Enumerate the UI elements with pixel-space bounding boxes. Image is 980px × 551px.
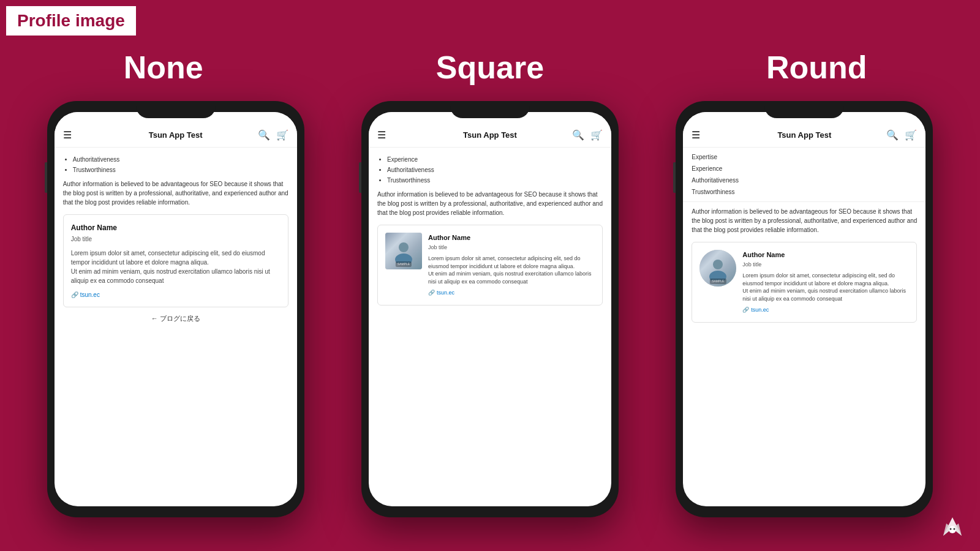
body-text-round: Author information is believed to be adv… <box>692 207 917 234</box>
link-icon: 🔗 <box>71 290 78 299</box>
svg-point-1 <box>395 253 412 263</box>
link-icon-rnd: 🔗 <box>742 306 749 315</box>
author-link-none[interactable]: 🔗 tsun.ec <box>71 290 281 299</box>
hamburger-icon-sq[interactable]: ☰ <box>377 129 386 141</box>
bullet-list-square: Experience Authoritativeness Trustworthi… <box>377 155 603 185</box>
nav-icons-square: 🔍 🛒 <box>572 129 603 141</box>
phone-none: ☰ Tsun App Test 🔍 🛒 Authoritativeness Tr… <box>47 101 304 517</box>
author-job-none: Job title <box>71 234 281 244</box>
author-bio-none: Lorem ipsum dolor sit amet, consectetur … <box>71 249 281 285</box>
author-name-sq: Author Name <box>428 233 595 243</box>
phone-round-screen: ☰ Tsun App Test 🔍 🛒 Expertise Experience… <box>683 112 925 506</box>
nav-icons-none: 🔍 🛒 <box>258 129 288 141</box>
phone-round-nav: ☰ Tsun App Test 🔍 🛒 <box>683 112 925 148</box>
author-name-rnd: Author Name <box>742 250 909 260</box>
cart-icon-rnd[interactable]: 🛒 <box>905 129 917 141</box>
phone-none-screen: ☰ Tsun App Test 🔍 🛒 Authoritativeness Tr… <box>55 112 297 506</box>
author-link-rnd[interactable]: 🔗 tsun.ec <box>742 306 909 315</box>
author-card-inner-sq: Author Name Job title Lorem ipsum dolor … <box>385 233 595 298</box>
phones-row: ☰ Tsun App Test 🔍 🛒 Authoritativeness Tr… <box>0 101 980 517</box>
hamburger-icon[interactable]: ☰ <box>63 129 72 141</box>
list-item: Authoritativeness <box>73 155 288 164</box>
list-item: Authoritativeness <box>692 174 917 186</box>
header-label: Profile image <box>6 6 136 36</box>
phone-none-content: Authoritativeness Trustworthiness Author… <box>55 148 297 505</box>
author-info-rnd: Author Name Job title Lorem ipsum dolor … <box>742 250 909 315</box>
phone-square: ☰ Tsun App Test 🔍 🛒 Experience Authorita… <box>361 101 619 517</box>
nav-title-none: Tsun App Test <box>149 130 203 140</box>
author-bio-rnd: Lorem ipsum dolor sit amet, consectetur … <box>742 272 909 302</box>
author-card-inner-rnd: Author Name Job title Lorem ipsum dolor … <box>699 250 909 315</box>
link-icon-sq: 🔗 <box>428 289 435 298</box>
svg-point-2 <box>713 260 723 269</box>
header-title: Profile image <box>17 11 125 31</box>
list-item: Expertise <box>692 151 917 163</box>
list-item: Authoritativeness <box>387 165 603 174</box>
author-image-square <box>385 233 422 269</box>
sample-image-rnd <box>699 250 736 287</box>
author-name-none: Author Name <box>71 222 281 233</box>
nav-icons-round: 🔍 🛒 <box>886 129 917 141</box>
list-item: Experience <box>692 163 917 174</box>
author-card-round: Author Name Job title Lorem ipsum dolor … <box>692 242 917 323</box>
heading-round: Round <box>654 37 980 86</box>
list-item: Experience <box>387 155 603 164</box>
author-info-sq: Author Name Job title Lorem ipsum dolor … <box>428 233 595 298</box>
hamburger-icon-rnd[interactable]: ☰ <box>692 129 700 141</box>
body-text-none: Author information is believed to be adv… <box>63 179 288 207</box>
list-item: Trustworthiness <box>692 186 917 198</box>
back-button[interactable]: ← ブログに戻る <box>63 307 288 330</box>
svg-point-7 <box>949 526 956 533</box>
search-icon[interactable]: 🔍 <box>258 129 270 141</box>
svg-point-3 <box>709 271 726 280</box>
heading-square: Square <box>326 37 653 86</box>
list-item: Trustworthiness <box>73 165 288 174</box>
phone-square-content: Experience Authoritativeness Trustworthi… <box>369 148 611 505</box>
svg-point-0 <box>399 242 409 252</box>
right-menu-list: Expertise Experience Authoritativeness T… <box>683 148 925 202</box>
author-image-round <box>699 250 736 287</box>
column-headings: None Square Round <box>0 37 980 86</box>
author-card-none: Author Name Job title Lorem ipsum dolor … <box>63 214 288 307</box>
phone-round: ☰ Tsun App Test 🔍 🛒 Expertise Experience… <box>676 101 933 517</box>
svg-point-8 <box>950 528 952 530</box>
author-job-sq: Job title <box>428 244 595 252</box>
phone-none-nav: ☰ Tsun App Test 🔍 🛒 <box>55 112 297 148</box>
heading-none: None <box>0 37 326 86</box>
nav-title-square: Tsun App Test <box>463 130 517 140</box>
bullet-list-none: Authoritativeness Trustworthiness <box>63 155 288 174</box>
author-job-rnd: Job title <box>742 261 909 269</box>
list-item: Trustworthiness <box>387 176 603 185</box>
nav-title-round: Tsun App Test <box>777 130 831 140</box>
svg-point-9 <box>954 528 956 530</box>
phone-square-nav: ☰ Tsun App Test 🔍 🛒 <box>369 112 611 148</box>
author-card-square: Author Name Job title Lorem ipsum dolor … <box>377 225 603 305</box>
cart-icon-sq[interactable]: 🛒 <box>590 129 603 141</box>
search-icon-sq[interactable]: 🔍 <box>572 129 584 141</box>
author-link-sq[interactable]: 🔗 tsun.ec <box>428 289 595 298</box>
cart-icon[interactable]: 🛒 <box>276 129 288 141</box>
body-text-square: Author information is believed to be adv… <box>377 190 603 217</box>
fox-watermark <box>937 511 968 542</box>
author-bio-sq: Lorem ipsum dolor sit amet, consectetur … <box>428 255 595 285</box>
search-icon-rnd[interactable]: 🔍 <box>886 129 899 141</box>
sample-image-sq <box>385 233 422 269</box>
phone-round-content: Expertise Experience Authoritativeness T… <box>683 148 925 505</box>
phone-square-screen: ☰ Tsun App Test 🔍 🛒 Experience Authorita… <box>369 112 611 506</box>
round-body: Author information is believed to be adv… <box>683 202 925 329</box>
